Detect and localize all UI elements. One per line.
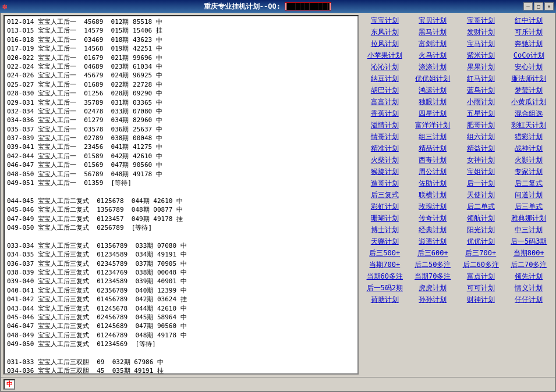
plan-link[interactable]: 鸿运计划 [409, 85, 457, 96]
plan-link[interactable]: 玫瑰计划 [409, 201, 457, 212]
plan-link[interactable]: 宝哥计划 [457, 15, 505, 26]
plan-link[interactable]: 财神计划 [457, 294, 505, 305]
plan-link[interactable]: 后三单式 [505, 201, 553, 212]
maximize-button[interactable]: □ [534, 2, 543, 10]
plan-link[interactable]: 天使计划 [457, 190, 505, 201]
plan-link[interactable]: 宝宝计划 [361, 15, 409, 26]
plan-link[interactable]: 珊瑚计划 [361, 213, 409, 224]
plan-link[interactable]: 东风计划 [361, 27, 409, 38]
plan-link[interactable]: 组六计划 [457, 131, 505, 142]
plan-link[interactable]: 彩虹计划 [361, 201, 409, 212]
plan-link[interactable]: 蓝鸟计划 [457, 85, 505, 96]
plan-link[interactable]: 梦莹计划 [505, 85, 553, 96]
plan-link[interactable]: 猴旋计划 [361, 166, 409, 177]
plan-link[interactable]: 后二60多注 [457, 259, 505, 270]
qq-input[interactable] [285, 2, 331, 10]
plan-link[interactable]: 火影计划 [505, 155, 553, 166]
plan-link[interactable]: CoCo计划 [505, 50, 553, 61]
plan-link[interactable]: 香蕉计划 [361, 108, 409, 119]
plan-link[interactable]: 经典计划 [409, 224, 457, 236]
plan-link[interactable]: 后三600+ [409, 248, 457, 259]
plan-link[interactable]: 优优姐计划 [409, 73, 457, 84]
plan-link[interactable]: 情哥计划 [361, 131, 409, 142]
plan-link[interactable]: 奔驰计划 [505, 38, 553, 49]
plan-link[interactable]: 中三计划 [505, 224, 553, 236]
plan-link[interactable]: 逍遥计划 [409, 236, 457, 247]
close-button[interactable]: × [544, 2, 554, 10]
plan-link[interactable]: 安心计划 [505, 62, 553, 73]
plan-link[interactable]: 可乐计划 [505, 27, 553, 38]
plan-link[interactable]: 联横计划 [409, 190, 457, 201]
plan-link[interactable]: 果果计划 [457, 62, 505, 73]
minimize-button[interactable]: ─ [523, 2, 533, 10]
plan-link[interactable]: 当期60多注 [361, 271, 409, 282]
plan-link[interactable]: 后一5码2期 [361, 283, 409, 294]
plan-link[interactable]: 精益计划 [457, 143, 505, 154]
plan-link[interactable]: 战神计划 [505, 143, 553, 154]
plan-link[interactable]: 孙孙计划 [409, 294, 457, 305]
plan-link[interactable]: 小苹果计划 [361, 50, 409, 61]
plan-link[interactable]: 周公计划 [409, 166, 457, 177]
plan-link[interactable]: 仔仔计划 [505, 294, 553, 305]
plan-link[interactable]: 四星计划 [409, 108, 457, 119]
plan-link[interactable]: 虎虎计划 [409, 283, 457, 294]
plan-link[interactable]: 当期70多注 [409, 271, 457, 282]
plan-link[interactable]: 猎彩计划 [505, 131, 553, 142]
plan-link[interactable]: 后二单式 [457, 201, 505, 212]
plan-link[interactable]: 后二70多注 [505, 259, 553, 270]
plan-link[interactable]: 拉风计划 [361, 38, 409, 49]
plan-link[interactable]: 领航计划 [457, 213, 505, 224]
plan-link[interactable]: 独眼计划 [409, 97, 457, 108]
plan-text-area[interactable]: 012-014 宝宝人工后一 45689 012期 85518 中 013-01… [5, 16, 357, 373]
plan-link[interactable]: 天赐计划 [361, 236, 409, 247]
plan-link[interactable]: 后一计划 [457, 178, 505, 189]
plan-link[interactable]: 红马计划 [457, 73, 505, 84]
plan-link[interactable]: 火柴计划 [361, 155, 409, 166]
plan-link[interactable]: 宝贝计划 [409, 15, 457, 26]
plan-link[interactable]: 造哥计划 [361, 178, 409, 189]
plan-link[interactable]: 纳豆计划 [361, 73, 409, 84]
plan-link[interactable]: 情义计划 [505, 283, 553, 294]
plan-link[interactable]: 廉法师计划 [505, 73, 553, 84]
plan-link[interactable]: 五星计划 [457, 108, 505, 119]
plan-link[interactable]: 宝姐计划 [457, 166, 505, 177]
plan-link[interactable]: 黑马计划 [409, 27, 457, 38]
plan-link[interactable]: 后一5码3期 [505, 236, 553, 247]
plan-link[interactable]: 传奇计划 [409, 213, 457, 224]
plan-link[interactable]: 当期700+ [361, 259, 409, 270]
plan-link[interactable]: 富洋洋计划 [409, 120, 457, 131]
plan-link[interactable]: 女神计划 [457, 155, 505, 166]
plan-link[interactable]: 精品计划 [409, 143, 457, 154]
plan-link[interactable]: 组三计划 [409, 131, 457, 142]
plan-link[interactable]: 混合组选 [505, 108, 553, 119]
plan-link[interactable]: 可可计划 [457, 283, 505, 294]
plan-link[interactable]: 富点计划 [457, 271, 505, 282]
plan-link[interactable]: 胡巴计划 [361, 85, 409, 96]
plan-link[interactable]: 富剑计划 [409, 38, 457, 49]
plan-link[interactable]: 肥哥计划 [457, 120, 505, 131]
plan-link[interactable]: 荷塘计划 [361, 294, 409, 305]
plan-link[interactable]: 博士计划 [361, 224, 409, 236]
plan-link[interactable]: 问道计划 [505, 190, 553, 201]
plan-link[interactable]: 后二50多注 [409, 259, 457, 270]
plan-link[interactable]: 佐助计划 [409, 178, 457, 189]
plan-link[interactable]: 领先计划 [505, 271, 553, 282]
plan-link[interactable]: 当期800+ [505, 248, 553, 259]
plan-link[interactable]: 宝马计划 [457, 38, 505, 49]
plan-link[interactable]: 雅典娜计划 [505, 213, 553, 224]
plan-link[interactable]: 专家计划 [505, 166, 553, 177]
plan-link[interactable]: 小雨计划 [457, 97, 505, 108]
plan-link[interactable]: 后三500+ [361, 248, 409, 259]
plan-link[interactable]: 阳光计划 [457, 224, 505, 236]
plan-link[interactable]: 彩虹天计划 [505, 120, 553, 131]
plan-link[interactable]: 后三复式 [361, 190, 409, 201]
plan-link[interactable]: 精准计划 [361, 143, 409, 154]
plan-link[interactable]: 小黄瓜计划 [505, 97, 553, 108]
plan-link[interactable]: 涤涤计划 [409, 62, 457, 73]
plan-link[interactable]: 后三700+ [457, 248, 505, 259]
plan-link[interactable]: 西毒计划 [409, 155, 457, 166]
plan-link[interactable]: 溢情计划 [361, 120, 409, 131]
plan-link[interactable]: 沁沁计划 [361, 62, 409, 73]
plan-link[interactable]: 富富计划 [361, 97, 409, 108]
plan-link[interactable]: 发财计划 [457, 27, 505, 38]
